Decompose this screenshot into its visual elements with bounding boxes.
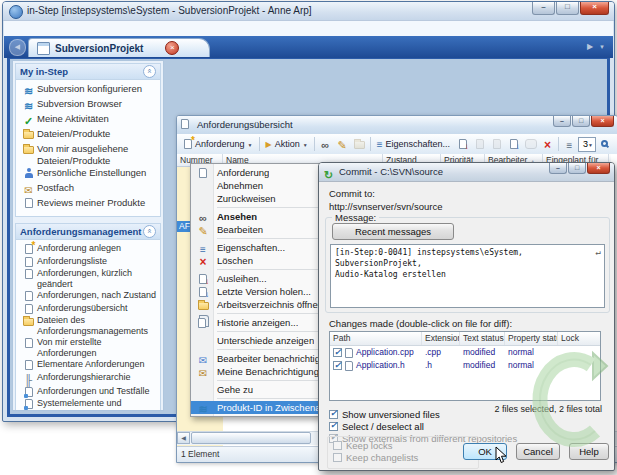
list-window-titlebar[interactable]: Anforderungsübersicht (177, 116, 617, 135)
sidebar-item[interactable]: Anforderung anlegen (22, 243, 158, 256)
file-checkbox[interactable] (333, 361, 342, 370)
column-header-extension[interactable]: Extension (422, 332, 460, 345)
chevron-down-icon (248, 139, 253, 149)
message-line: [in-Step:0-0041] instepsystems\eSystem, … (335, 247, 600, 269)
toolbar-icon-button[interactable] (317, 136, 334, 152)
sidebar-item[interactable]: Anforderungshierarchie (22, 372, 158, 386)
dialog-checkbox[interactable]: Show unversioned files (329, 409, 440, 420)
dialog-checkbox[interactable]: Keep changelists (333, 452, 418, 463)
project-tab-icon (37, 42, 50, 55)
file-path-cell: Application.cpp (330, 346, 422, 359)
collapse-icon[interactable] (143, 65, 156, 78)
sidebar-item[interactable]: Von mir ausgeliehene Dateien/Produkte (22, 143, 158, 167)
sidebar-item[interactable]: Persönliche Einstellungen (22, 167, 158, 182)
close-button[interactable] (591, 116, 614, 127)
tab-subversionprojekt[interactable]: SubversionProjekt (28, 38, 210, 57)
new-requirement-icon (184, 139, 192, 149)
sidebar-item-icon (23, 146, 34, 154)
sidebar-item[interactable]: Anforderungen und Testfälle (22, 386, 158, 399)
cancel-button[interactable]: Cancel (516, 443, 560, 460)
minimize-button[interactable] (532, 2, 555, 15)
menu-item-icon (198, 399, 207, 417)
scroll-left-icon[interactable] (177, 432, 190, 444)
checkbox-icon (329, 410, 338, 419)
window-title: in-Step [instepsystems\eSystem - Subvers… (27, 5, 312, 16)
dialog-titlebar[interactable]: Commit - C:\SVN\source (319, 163, 614, 182)
main-titlebar[interactable]: in-Step [instepsystems\eSystem - Subvers… (3, 2, 614, 21)
checkbox-icon (329, 422, 338, 431)
sidebar-item[interactable]: Anforderungsübersicht (22, 303, 158, 316)
sidebar-section-header[interactable]: My in-Step (16, 64, 160, 80)
tab-forward-icon[interactable] (587, 42, 593, 51)
sidebar-item-icon (25, 304, 33, 314)
list-window-icon (181, 119, 189, 129)
dialog-checkbox[interactable]: Select / deselect all (329, 421, 424, 432)
collapse-icon[interactable] (143, 225, 156, 238)
levels-icon-button[interactable] (561, 136, 578, 152)
scrollbar-thumb[interactable] (191, 432, 311, 444)
sidebar-item[interactable]: Anforderungsliste (22, 256, 158, 269)
sidebar-item[interactable]: Postfach (22, 182, 158, 197)
level-combobox[interactable]: 3 (578, 137, 596, 152)
tab-close-icon[interactable] (165, 41, 179, 55)
close-button[interactable] (587, 163, 610, 174)
sidebar-item[interactable]: Systemelemente und Anforderungen (22, 398, 158, 411)
sidebar-item[interactable]: Subversion Browser (22, 98, 158, 113)
column-header-text-status[interactable]: Text status (460, 332, 505, 345)
ok-button[interactable]: OK (463, 443, 507, 460)
maximize-button[interactable] (556, 2, 579, 15)
toolbar-icon-button[interactable] (522, 136, 539, 152)
sidebar-item[interactable]: Meine Aktivitäten (22, 113, 158, 128)
sidebar-item[interactable]: Dateien/Produkte (22, 128, 158, 143)
column-header-lock[interactable]: Lock (558, 332, 601, 345)
toolbar-icon-button[interactable] (454, 136, 471, 152)
column-header-property-status[interactable]: Property status (505, 332, 558, 345)
sidebar-item-icon (25, 373, 33, 386)
toolbar-icon-button[interactable] (505, 136, 522, 152)
tab-back-icon[interactable] (9, 39, 26, 56)
sidebar-item[interactable]: Dateien des Anforderungsmanagements (22, 315, 158, 337)
close-button[interactable] (580, 2, 609, 15)
file-prop-status-cell: normal (505, 359, 558, 372)
anforderung-menu-button[interactable]: Anforderung (180, 138, 257, 150)
message-groupbox: Message: Recent messages [in-Step:0-0041… (325, 217, 610, 313)
toolbar-icon-button[interactable] (351, 136, 368, 152)
sidebar-item[interactable]: Anforderungen, nach Zustand (22, 290, 158, 303)
help-button[interactable]: Help (569, 443, 609, 460)
toolbar-icon-button[interactable] (471, 136, 488, 152)
sidebar-item[interactable]: Von mir erstellte Anforderungen (22, 337, 158, 359)
sidebar-item-icon (25, 257, 33, 267)
dialog-checkbox[interactable]: Keep locks (333, 440, 392, 451)
sidebar-item[interactable]: Anforderungen, kürzlich geändert (22, 268, 158, 290)
column-header-path[interactable]: Path (330, 332, 422, 345)
minimize-button[interactable] (553, 116, 571, 127)
desktop: in-Step [instepsystems\eSystem - Subvers… (0, 0, 617, 475)
aktion-menu-button[interactable]: Aktion (262, 138, 312, 150)
maximize-button[interactable] (568, 163, 586, 174)
toolbar-icon (321, 135, 329, 153)
toolbar-icon-button[interactable] (488, 136, 505, 152)
file-ext-cell: .cpp (422, 346, 460, 359)
toolbar-icon-button[interactable] (334, 136, 351, 152)
sidebar-section-header[interactable]: Anforderungsmanagement (16, 224, 160, 240)
sidebar-item-icon (25, 198, 33, 208)
toolbar-icon-button[interactable] (539, 136, 556, 152)
sidebar-item[interactable]: Elementare Anforderungen (22, 359, 158, 372)
file-row[interactable]: Application.cpp .cpp modified normal (330, 346, 600, 359)
sidebar-item[interactable]: Reviews meiner Produkte (22, 197, 158, 212)
file-row[interactable]: Application.h .h modified normal (330, 359, 600, 372)
sidebar-item-icon (24, 183, 32, 197)
app-icon (9, 5, 23, 19)
commit-message-textarea[interactable]: [in-Step:0-0041] instepsystems\eSystem, … (330, 244, 605, 308)
eigenschaften-button[interactable]: Eigenschaften... (373, 138, 454, 151)
minimize-button[interactable] (549, 163, 567, 174)
recent-messages-button[interactable]: Recent messages (332, 223, 454, 240)
tab-dropdown-icon[interactable] (599, 42, 605, 51)
search-icon-button[interactable] (596, 136, 613, 152)
sidebar-item-icon (25, 360, 33, 370)
sidebar-item-icon (23, 318, 34, 326)
file-checkbox[interactable] (333, 348, 342, 357)
maximize-button[interactable] (572, 116, 590, 127)
search-plus-icon-button[interactable] (613, 136, 617, 152)
sidebar-item[interactable]: Subversion konfigurieren (22, 83, 158, 98)
